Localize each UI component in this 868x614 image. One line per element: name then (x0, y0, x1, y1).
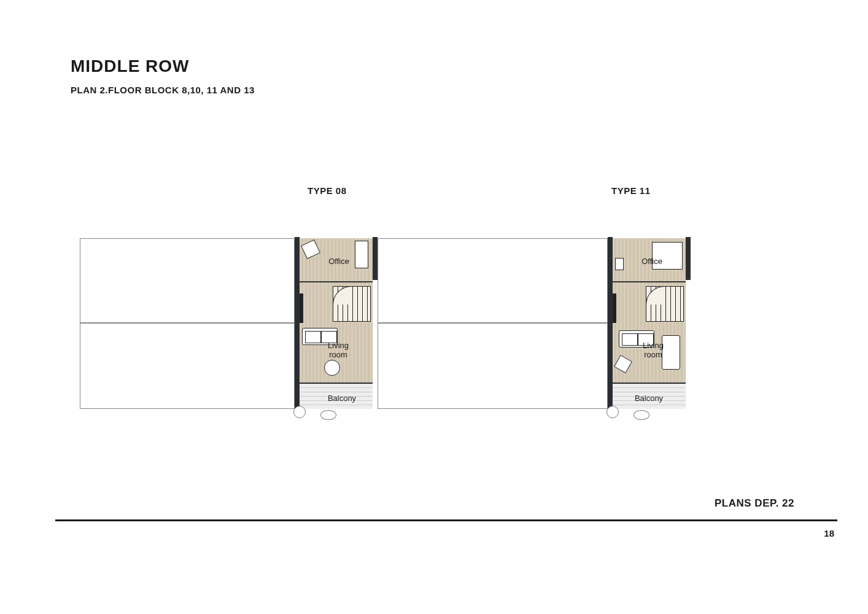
wall (608, 237, 613, 409)
wall (373, 237, 378, 280)
page-title: MIDDLE ROW (71, 56, 190, 76)
room-label-living: Living room (321, 341, 355, 360)
room-label-balcony: Balcony (324, 394, 360, 403)
adjacent-block (378, 323, 608, 409)
partition (613, 281, 686, 282)
adjacent-block (80, 323, 295, 409)
wall (295, 237, 300, 409)
unit-type-11-label: TYPE 11 (611, 185, 651, 196)
tv-icon (613, 293, 616, 323)
page-subtitle: PLAN 2.FLOOR BLOCK 8,10, 11 AND 13 (71, 85, 255, 95)
footer-section-label: PLANS DEP. 22 (715, 497, 794, 510)
room-label-balcony: Balcony (630, 394, 667, 403)
planter-icon (293, 406, 306, 418)
desk-icon (355, 241, 368, 268)
planter-icon (320, 410, 336, 420)
planter-icon (606, 406, 619, 418)
room-label-living: Living room (636, 341, 670, 360)
round-table-icon (324, 360, 340, 376)
furniture-icon (615, 258, 624, 270)
tv-icon (300, 293, 303, 323)
footer-rule (55, 519, 837, 521)
planter-icon (634, 410, 649, 420)
room-label-office: Office (637, 257, 667, 266)
adjacent-block (80, 238, 295, 323)
unit-type-08-label: TYPE 08 (308, 185, 347, 196)
wall (686, 237, 691, 280)
adjacent-block (378, 238, 608, 323)
page-number: 18 (824, 528, 834, 538)
partition (300, 281, 373, 282)
room-label-office: Office (324, 257, 354, 266)
floor-plan-drawing (80, 238, 792, 416)
